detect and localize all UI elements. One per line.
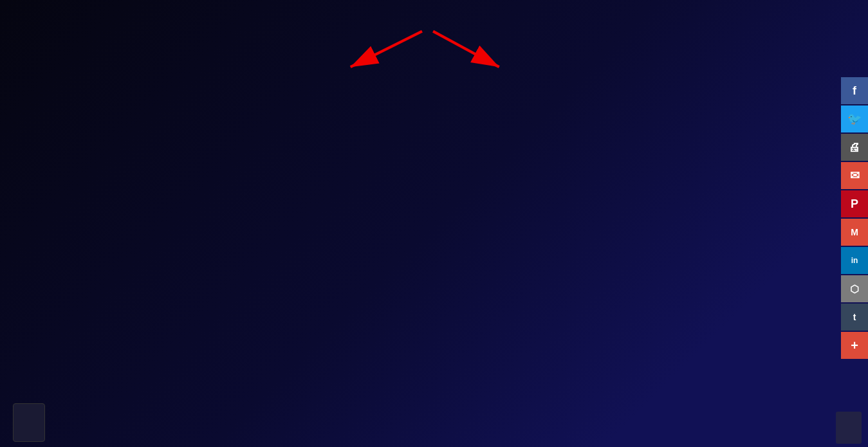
share-plus-button[interactable]: +: [841, 332, 868, 359]
share-twitter-button[interactable]: 🐦: [841, 105, 868, 132]
share-pinterest-button[interactable]: P: [841, 190, 868, 217]
share-tumblr-button[interactable]: t: [841, 304, 868, 331]
movie3-image: [756, 219, 853, 277]
share-other-button[interactable]: ⬡: [841, 275, 868, 302]
share-mail-button[interactable]: ✉: [841, 162, 868, 189]
share-gmail-button[interactable]: M: [841, 219, 868, 246]
share-linkedin-button[interactable]: in: [841, 247, 868, 274]
share-print-button[interactable]: 🖨: [841, 134, 868, 161]
social-share-bar: f 🐦 🖨 ✉ P M in ⬡ t +: [841, 77, 868, 359]
share-facebook-button[interactable]: f: [841, 77, 868, 104]
